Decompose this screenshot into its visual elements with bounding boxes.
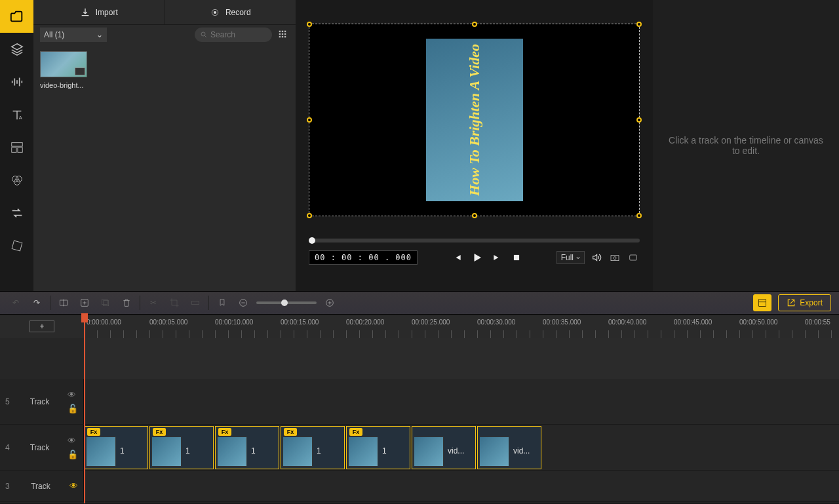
export-label: Export	[800, 298, 823, 307]
track-label: Track	[16, 482, 66, 491]
export-button[interactable]: Export	[778, 294, 831, 311]
svg-rect-6	[11, 143, 22, 147]
visibility-off-icon[interactable]: 👁	[69, 481, 78, 491]
fullscreen-icon[interactable]	[627, 251, 640, 264]
clip[interactable]: Fx1	[215, 426, 279, 469]
clip-label: 1	[185, 446, 190, 456]
play-button[interactable]	[471, 251, 484, 264]
resize-handle[interactable]	[307, 22, 312, 27]
resize-handle[interactable]	[636, 213, 642, 218]
split-button[interactable]	[56, 295, 71, 311]
clip-thumbnail	[414, 436, 444, 467]
zoom-out-button[interactable]	[235, 295, 251, 311]
time-ruler: + 0:00:00.000 00:00:05.000 00:00:10.000 …	[0, 315, 839, 338]
cut-button[interactable]: ✂	[146, 295, 161, 311]
resize-handle[interactable]	[307, 117, 312, 123]
clip-thumbnail	[86, 436, 116, 467]
filter-dropdown[interactable]: All (1) ⌄	[40, 28, 107, 42]
filter-label: All (1)	[44, 30, 64, 39]
record-label: Record	[225, 8, 251, 17]
speed-button[interactable]	[187, 295, 203, 311]
clip[interactable]: Fx1	[84, 426, 148, 469]
resize-handle[interactable]	[636, 117, 642, 123]
track-row[interactable]: 4 Track 👁 🔓 Fx1Fx1Fx1Fx1Fx1vid...vid...	[0, 425, 839, 471]
lock-icon[interactable]: 🔓	[68, 404, 78, 414]
fit-select[interactable]: Full	[556, 251, 585, 264]
playhead[interactable]	[84, 315, 85, 503]
grid-view-icon[interactable]	[276, 29, 289, 41]
media-item[interactable]: video-bright...	[40, 51, 90, 89]
svg-rect-35	[104, 301, 109, 306]
fx-badge: Fx	[153, 428, 166, 436]
ruler-ticks[interactable]: 0:00:00.000 00:00:05.000 00:00:10.000 00…	[84, 315, 839, 338]
resize-handle[interactable]	[472, 213, 477, 218]
visibility-icon[interactable]: 👁	[68, 390, 78, 400]
timeline: 5 Track 👁 🔓 4 Track 👁 🔓 Fx1Fx1Fx1Fx1Fx1v…	[0, 338, 839, 503]
svg-rect-18	[282, 30, 283, 31]
copy-button[interactable]	[98, 295, 113, 311]
visibility-icon[interactable]: 👁	[68, 436, 78, 446]
clip[interactable]: vid...	[477, 426, 541, 469]
redo-button[interactable]: ↷	[29, 295, 45, 311]
svg-rect-43	[759, 300, 766, 307]
video-frame: How To Brighten A Video	[426, 39, 523, 201]
lock-icon[interactable]: 🔓	[68, 450, 78, 459]
sidebar-layers-icon[interactable]	[0, 33, 33, 66]
sidebar-transition-icon[interactable]	[0, 197, 33, 229]
resize-handle[interactable]	[472, 22, 477, 27]
undo-button[interactable]: ↶	[8, 295, 24, 311]
clip[interactable]: Fx1	[281, 426, 345, 469]
svg-rect-23	[279, 35, 281, 37]
track-number: 3	[5, 482, 12, 491]
marker-button[interactable]	[214, 295, 230, 311]
sidebar-elements-icon[interactable]	[0, 229, 33, 262]
svg-rect-27	[611, 256, 619, 261]
svg-rect-20	[279, 33, 281, 34]
auto-button[interactable]	[753, 294, 771, 311]
clip-label: 1	[317, 446, 321, 456]
clip-label: 1	[382, 446, 387, 456]
sidebar-media-icon[interactable]	[0, 0, 33, 33]
zoom-slider[interactable]	[256, 301, 317, 304]
svg-rect-21	[282, 33, 283, 34]
zoom-in-button[interactable]	[322, 295, 338, 311]
sidebar-template-icon[interactable]	[0, 131, 33, 164]
delete-button[interactable]	[119, 295, 134, 311]
resize-handle[interactable]	[307, 213, 312, 218]
sidebar-text-icon[interactable]: A	[0, 98, 33, 131]
stop-button[interactable]	[510, 251, 523, 264]
track-label: Track	[16, 443, 64, 452]
volume-icon[interactable]	[590, 251, 603, 264]
record-tab[interactable]: Record	[165, 0, 296, 24]
crop-button[interactable]	[166, 295, 182, 311]
svg-rect-17	[279, 30, 281, 31]
preview-panel: How To Brighten A Video 00 : 00 : 00 . 0…	[296, 0, 653, 291]
clip[interactable]: vid...	[412, 426, 476, 469]
import-tab[interactable]: Import	[33, 0, 165, 24]
add-button[interactable]	[77, 295, 92, 311]
svg-point-28	[614, 257, 616, 260]
resize-handle[interactable]	[636, 22, 642, 27]
sidebar-audio-icon[interactable]	[0, 66, 33, 98]
clip-thumbnail	[479, 436, 509, 467]
svg-rect-22	[284, 33, 286, 34]
add-track-button[interactable]: +	[29, 320, 54, 332]
snapshot-icon[interactable]	[608, 251, 621, 264]
prev-frame-button[interactable]	[451, 251, 464, 264]
chevron-down-icon: ⌄	[96, 30, 103, 39]
svg-rect-7	[11, 147, 16, 152]
svg-rect-25	[284, 35, 286, 37]
clip[interactable]: Fx1	[149, 426, 214, 469]
track-row[interactable]: 5 Track 👁 🔓	[0, 379, 839, 425]
sidebar-color-icon[interactable]	[0, 164, 33, 197]
clip-label: vid...	[513, 446, 530, 456]
search-box[interactable]	[195, 28, 272, 42]
svg-rect-24	[282, 35, 283, 37]
time-slider[interactable]	[309, 239, 640, 242]
preview-canvas[interactable]: How To Brighten A Video	[309, 24, 640, 216]
next-frame-button[interactable]	[490, 251, 503, 264]
clip[interactable]: Fx1	[346, 426, 410, 469]
track-row[interactable]: 3 Track 👁	[0, 471, 839, 502]
search-input[interactable]	[210, 30, 256, 39]
svg-rect-37	[192, 301, 199, 304]
